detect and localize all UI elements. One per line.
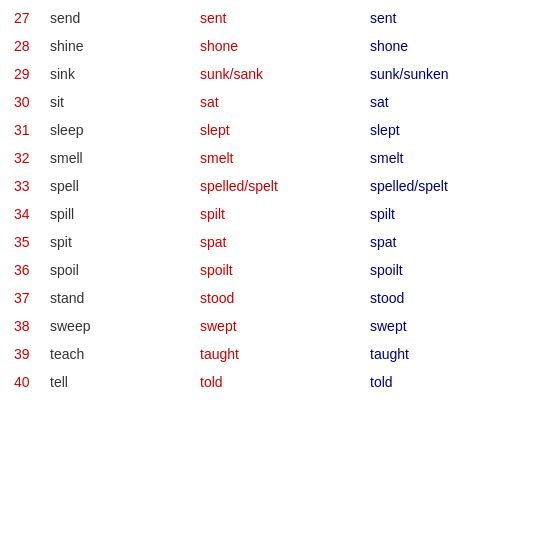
base-form: smell (50, 150, 200, 166)
base-form: send (50, 10, 200, 26)
past-form: spilt (200, 206, 370, 222)
table-row: 39 teach taught taught (0, 340, 554, 368)
table-row: 31 sleep slept slept (0, 116, 554, 144)
table-row: 27 send sent sent (0, 4, 554, 32)
table-row: 38 sweep swept swept (0, 312, 554, 340)
past-participle-form: swept (370, 318, 550, 334)
past-participle-form: spilt (370, 206, 550, 222)
row-number: 36 (0, 262, 50, 278)
base-form: stand (50, 290, 200, 306)
table-row: 35 spit spat spat (0, 228, 554, 256)
past-participle-form: told (370, 374, 550, 390)
past-participle-form: smelt (370, 150, 550, 166)
row-number: 33 (0, 178, 50, 194)
base-form: spit (50, 234, 200, 250)
past-form: swept (200, 318, 370, 334)
table-row: 36 spoil spoilt spoilt (0, 256, 554, 284)
row-number: 29 (0, 66, 50, 82)
past-participle-form: sat (370, 94, 550, 110)
table-row: 32 smell smelt smelt (0, 144, 554, 172)
past-participle-form: sunk/sunken (370, 66, 550, 82)
past-form: taught (200, 346, 370, 362)
row-number: 35 (0, 234, 50, 250)
row-number: 27 (0, 10, 50, 26)
base-form: sleep (50, 122, 200, 138)
row-number: 28 (0, 38, 50, 54)
table-row: 37 stand stood stood (0, 284, 554, 312)
past-form: sent (200, 10, 370, 26)
base-form: spoil (50, 262, 200, 278)
row-number: 31 (0, 122, 50, 138)
past-form: sat (200, 94, 370, 110)
past-form: smelt (200, 150, 370, 166)
past-form: slept (200, 122, 370, 138)
past-form: spoilt (200, 262, 370, 278)
base-form: teach (50, 346, 200, 362)
table-row: 34 spill spilt spilt (0, 200, 554, 228)
base-form: spill (50, 206, 200, 222)
base-form: shine (50, 38, 200, 54)
row-number: 30 (0, 94, 50, 110)
row-number: 32 (0, 150, 50, 166)
past-form: stood (200, 290, 370, 306)
row-number: 39 (0, 346, 50, 362)
past-form: told (200, 374, 370, 390)
table-row: 40 tell told told (0, 368, 554, 396)
past-participle-form: taught (370, 346, 550, 362)
past-form: spelled/spelt (200, 178, 370, 194)
base-form: spell (50, 178, 200, 194)
past-form: sunk/sank (200, 66, 370, 82)
past-participle-form: slept (370, 122, 550, 138)
past-participle-form: spat (370, 234, 550, 250)
past-participle-form: stood (370, 290, 550, 306)
table-row: 30 sit sat sat (0, 88, 554, 116)
verb-table: 27 send sent sent 28 shine shone shone 2… (0, 0, 554, 400)
table-row: 33 spell spelled/spelt spelled/spelt (0, 172, 554, 200)
past-participle-form: spelled/spelt (370, 178, 550, 194)
past-participle-form: shone (370, 38, 550, 54)
base-form: sink (50, 66, 200, 82)
base-form: tell (50, 374, 200, 390)
row-number: 34 (0, 206, 50, 222)
past-participle-form: spoilt (370, 262, 550, 278)
past-participle-form: sent (370, 10, 550, 26)
row-number: 38 (0, 318, 50, 334)
table-row: 29 sink sunk/sank sunk/sunken (0, 60, 554, 88)
base-form: sit (50, 94, 200, 110)
base-form: sweep (50, 318, 200, 334)
table-row: 28 shine shone shone (0, 32, 554, 60)
row-number: 37 (0, 290, 50, 306)
past-form: shone (200, 38, 370, 54)
past-form: spat (200, 234, 370, 250)
row-number: 40 (0, 374, 50, 390)
